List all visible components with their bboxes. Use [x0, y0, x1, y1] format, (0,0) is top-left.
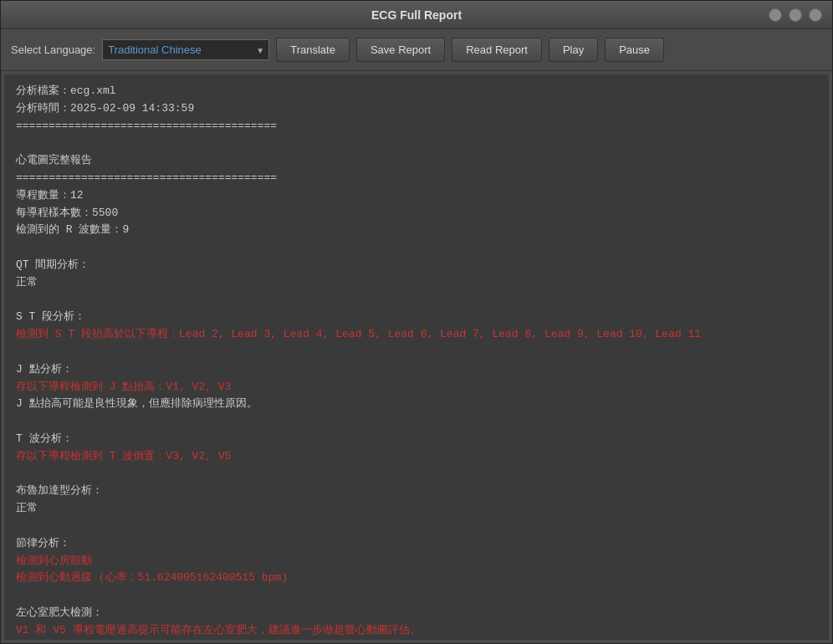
read-report-button[interactable]: Read Report	[452, 38, 542, 62]
report-line: 左心室肥大檢測：	[16, 605, 817, 622]
report-line: 分析檔案：ecg.xml	[16, 83, 817, 100]
translate-button[interactable]: Translate	[276, 38, 350, 62]
report-line	[16, 292, 817, 309]
report-line: T 波分析：	[16, 431, 817, 448]
report-line	[16, 344, 817, 361]
report-line: S T 段分析：	[16, 309, 817, 326]
report-line: ========================================	[16, 118, 817, 135]
report-line: 分析時間：2025-02-09 14:33:59	[16, 100, 817, 118]
toolbar: Select Language: Traditional Chinese Eng…	[1, 29, 832, 71]
language-select-wrapper[interactable]: Traditional Chinese English Simplified C…	[102, 39, 269, 60]
language-label: Select Language:	[11, 43, 95, 56]
report-line	[16, 466, 817, 483]
pause-button[interactable]: Pause	[605, 38, 664, 62]
maximize-button[interactable]	[789, 8, 802, 22]
report-text-area[interactable]: 分析檔案：ecg.xml分析時間：2025-02-09 14:33:59====…	[4, 74, 829, 640]
minimize-button[interactable]	[769, 8, 782, 22]
main-window: ECG Full Report Select Language: Traditi…	[0, 0, 833, 644]
report-line: 布魯加達型分析：	[16, 483, 817, 500]
report-line: 節律分析：	[16, 535, 817, 553]
title-bar: ECG Full Report	[1, 1, 832, 29]
report-line: 存以下導程檢測到 T 波倒置：V3, V2, V5	[16, 448, 817, 466]
language-select[interactable]: Traditional Chinese English Simplified C…	[102, 39, 269, 60]
report-line: J 點分析：	[16, 361, 817, 379]
report-line: 心電圖完整報告	[16, 152, 817, 170]
play-button[interactable]: Play	[549, 38, 598, 62]
report-line: J 點抬高可能是良性現象，但應排除病理性原因。	[16, 396, 817, 413]
report-line: QT 間期分析：	[16, 257, 817, 274]
window-controls	[769, 8, 822, 22]
report-line	[16, 640, 817, 641]
save-report-button[interactable]: Save Report	[356, 38, 445, 62]
report-line: 檢測到心動過緩 (心率：51.624005162400515 bpm)	[16, 570, 817, 587]
report-line: 每導程樣本數：5500	[16, 205, 817, 222]
report-line: 檢測到心房顫動	[16, 553, 817, 570]
report-line	[16, 413, 817, 431]
report-line	[16, 135, 817, 152]
report-line	[16, 587, 817, 605]
report-line: ========================================	[16, 170, 817, 187]
report-line	[16, 239, 817, 257]
report-line: 正常	[16, 500, 817, 518]
window-title: ECG Full Report	[371, 8, 462, 22]
report-line: 檢測到 S T 段抬高於以下導程：Lead 2, Lead 3, Lead 4,…	[16, 326, 817, 344]
close-button[interactable]	[809, 8, 822, 22]
report-line: 正常	[16, 274, 817, 292]
content-area: 分析檔案：ecg.xml分析時間：2025-02-09 14:33:59====…	[4, 74, 829, 640]
report-line: 檢測到的 R 波數量：9	[16, 222, 817, 239]
report-line	[16, 518, 817, 535]
report-line: V1 和 V5 導程電壓過高提示可能存在左心室肥大，建議進一步做超聲心動圖評估。	[16, 622, 817, 640]
report-line: 存以下導程檢測到 J 點抬高：V1, V2, V3	[16, 379, 817, 396]
report-line: 導程數量：12	[16, 187, 817, 205]
